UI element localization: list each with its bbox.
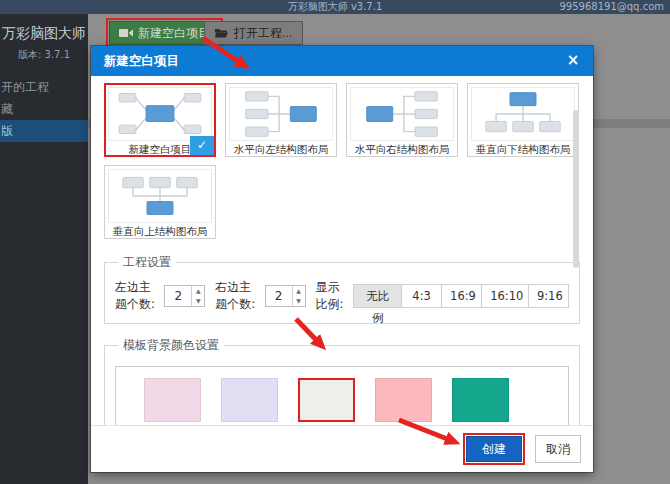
right-topics-value[interactable]: 2: [266, 286, 292, 306]
project-settings-group: 工程设置 左边主题个数: 2 ▲ ▼ 右边主题个数: 2 ▲ ▼: [104, 254, 580, 324]
template-thumbnail-center-layout: [108, 87, 212, 141]
project-settings-row: 左边主题个数: 2 ▲ ▼ 右边主题个数: 2 ▲ ▼ 显示比例:: [115, 279, 569, 313]
sidebar-item-opened-projects[interactable]: 开的工程: [0, 76, 88, 98]
dialog-scrollbar[interactable]: [573, 110, 579, 268]
video-camera-icon: [119, 28, 133, 38]
open-project-button[interactable]: 打开工程...: [204, 21, 303, 45]
template-card-horizontal-right[interactable]: 水平向右结构图布局: [346, 83, 458, 157]
account-email: 995968191@qq.com: [560, 0, 665, 14]
color-swatch-teal[interactable]: [452, 378, 509, 422]
folder-icon: [215, 28, 228, 38]
ratio-label: 显示比例:: [316, 279, 346, 313]
background-color-legend: 模板背景颜色设置: [118, 337, 224, 354]
create-button[interactable]: 创建: [466, 436, 522, 462]
template-card-vertical-down[interactable]: 垂直向下结构图布局: [467, 83, 579, 157]
template-label: 垂直向上结构图布局: [108, 223, 212, 239]
ratio-none-button[interactable]: 无比例: [353, 284, 402, 308]
right-topics-stepper: 2 ▲ ▼: [265, 285, 306, 307]
ratio-16-10-button[interactable]: 16:10: [482, 284, 529, 308]
left-topics-down-icon[interactable]: ▼: [192, 296, 204, 306]
color-swatch-box: [115, 366, 569, 434]
ratio-9-16-button[interactable]: 9:16: [529, 284, 569, 308]
ratio-16-9-button[interactable]: 16:9: [442, 284, 482, 308]
dialog-body: 新建空白项目 ✓ 水平向左结构图布局: [91, 76, 593, 472]
sidebar-item-templates[interactable]: 版: [0, 120, 88, 142]
selected-check-icon: ✓: [190, 136, 214, 155]
ratio-4-3-button[interactable]: 4:3: [402, 284, 442, 308]
cancel-button[interactable]: 取消: [535, 435, 581, 463]
left-topics-up-icon[interactable]: ▲: [192, 286, 204, 296]
left-topics-label: 左边主题个数:: [115, 279, 158, 313]
dialog-header: 新建空白项目 ×: [91, 46, 593, 76]
dialog-footer: 创建 取消: [91, 425, 593, 472]
close-icon[interactable]: ×: [563, 46, 583, 76]
sidebar-menu: 开的工程 藏 版: [0, 76, 88, 142]
template-card-horizontal-left[interactable]: 水平向左结构图布局: [225, 83, 337, 157]
template-thumbnail-right-layout: [350, 87, 454, 141]
color-swatch-pink[interactable]: [144, 378, 201, 422]
window-titlebar: 万彩脑图大师 v3.7.1 995968191@qq.com: [0, 0, 670, 14]
new-blank-project-label: 新建空白项目: [138, 25, 210, 42]
app-version: 版本: 3.7.1: [0, 48, 88, 62]
left-topics-value[interactable]: 2: [165, 286, 191, 306]
dialog-title: 新建空白项目: [91, 46, 593, 76]
color-swatch-salmon[interactable]: [375, 378, 432, 422]
right-topics-up-icon[interactable]: ▲: [293, 286, 305, 296]
template-label: 水平向左结构图布局: [229, 141, 333, 157]
open-project-label: 打开工程...: [234, 25, 292, 42]
template-thumbnail-left-layout: [229, 87, 333, 141]
template-card-list: 新建空白项目 ✓ 水平向左结构图布局: [104, 83, 580, 239]
color-swatch-gray-selected[interactable]: [298, 378, 355, 422]
sidebar: 万彩脑图大师 版本: 3.7.1 开的工程 藏 版: [0, 14, 88, 484]
right-topics-label: 右边主题个数:: [215, 279, 258, 313]
template-card-vertical-up[interactable]: 垂直向上结构图布局: [104, 165, 216, 239]
ratio-button-group: 无比例 4:3 16:9 16:10 9:16: [353, 284, 569, 308]
sidebar-item-favorites[interactable]: 藏: [0, 98, 88, 120]
template-thumbnail-up-layout: [108, 169, 212, 223]
right-topics-down-icon[interactable]: ▼: [293, 296, 305, 306]
template-label: 水平向右结构图布局: [350, 141, 454, 157]
template-label: 垂直向下结构图布局: [471, 141, 575, 157]
template-card-new-blank[interactable]: 新建空白项目 ✓: [104, 83, 216, 157]
left-topics-stepper: 2 ▲ ▼: [164, 285, 205, 307]
new-project-dialog: 新建空白项目 × 新建空白项目 ✓: [91, 46, 593, 472]
project-settings-legend: 工程设置: [118, 254, 176, 271]
app-name: 万彩脑图大师: [0, 25, 88, 43]
template-thumbnail-down-layout: [471, 87, 575, 141]
color-swatch-lavender[interactable]: [221, 378, 278, 422]
create-button-highlight: 创建: [463, 433, 525, 465]
